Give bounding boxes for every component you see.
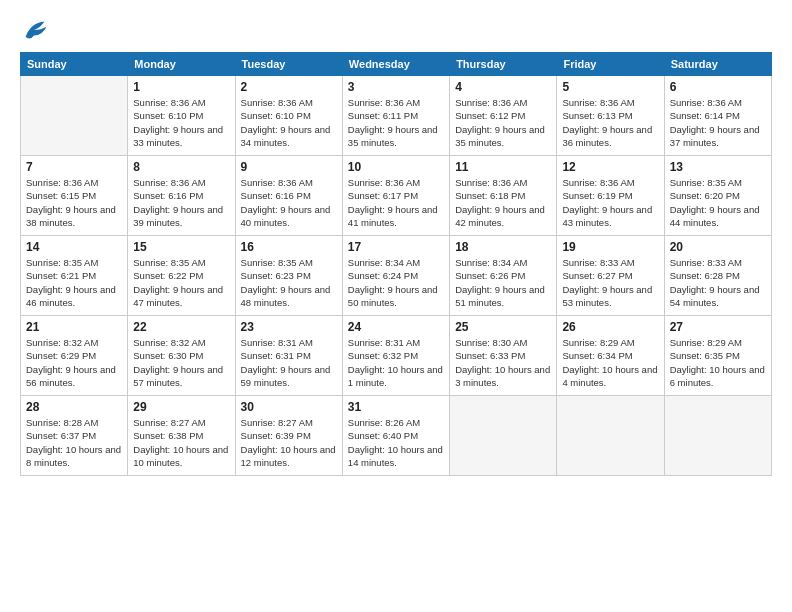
calendar-cell: 11Sunrise: 8:36 AMSunset: 6:18 PMDayligh… [450, 156, 557, 236]
day-info: Sunrise: 8:36 AMSunset: 6:11 PMDaylight:… [348, 96, 444, 149]
day-info: Sunrise: 8:34 AMSunset: 6:24 PMDaylight:… [348, 256, 444, 309]
day-number: 1 [133, 80, 229, 94]
logo [20, 16, 52, 44]
calendar-cell: 29Sunrise: 8:27 AMSunset: 6:38 PMDayligh… [128, 396, 235, 476]
calendar-cell: 16Sunrise: 8:35 AMSunset: 6:23 PMDayligh… [235, 236, 342, 316]
calendar-cell: 14Sunrise: 8:35 AMSunset: 6:21 PMDayligh… [21, 236, 128, 316]
day-number: 14 [26, 240, 122, 254]
day-number: 18 [455, 240, 551, 254]
calendar-cell: 28Sunrise: 8:28 AMSunset: 6:37 PMDayligh… [21, 396, 128, 476]
day-number: 19 [562, 240, 658, 254]
calendar-cell: 5Sunrise: 8:36 AMSunset: 6:13 PMDaylight… [557, 76, 664, 156]
calendar-week-row: 14Sunrise: 8:35 AMSunset: 6:21 PMDayligh… [21, 236, 772, 316]
calendar-weekday-monday: Monday [128, 53, 235, 76]
calendar-cell: 7Sunrise: 8:36 AMSunset: 6:15 PMDaylight… [21, 156, 128, 236]
day-info: Sunrise: 8:31 AMSunset: 6:32 PMDaylight:… [348, 336, 444, 389]
day-number: 2 [241, 80, 337, 94]
day-number: 15 [133, 240, 229, 254]
day-number: 21 [26, 320, 122, 334]
calendar-cell: 18Sunrise: 8:34 AMSunset: 6:26 PMDayligh… [450, 236, 557, 316]
day-info: Sunrise: 8:36 AMSunset: 6:10 PMDaylight:… [133, 96, 229, 149]
day-info: Sunrise: 8:30 AMSunset: 6:33 PMDaylight:… [455, 336, 551, 389]
day-info: Sunrise: 8:27 AMSunset: 6:39 PMDaylight:… [241, 416, 337, 469]
calendar-weekday-sunday: Sunday [21, 53, 128, 76]
calendar-week-row: 21Sunrise: 8:32 AMSunset: 6:29 PMDayligh… [21, 316, 772, 396]
calendar-cell: 21Sunrise: 8:32 AMSunset: 6:29 PMDayligh… [21, 316, 128, 396]
day-info: Sunrise: 8:36 AMSunset: 6:16 PMDaylight:… [241, 176, 337, 229]
calendar-cell [450, 396, 557, 476]
calendar-cell: 20Sunrise: 8:33 AMSunset: 6:28 PMDayligh… [664, 236, 771, 316]
calendar-cell: 9Sunrise: 8:36 AMSunset: 6:16 PMDaylight… [235, 156, 342, 236]
calendar-cell: 8Sunrise: 8:36 AMSunset: 6:16 PMDaylight… [128, 156, 235, 236]
day-info: Sunrise: 8:27 AMSunset: 6:38 PMDaylight:… [133, 416, 229, 469]
calendar-cell: 23Sunrise: 8:31 AMSunset: 6:31 PMDayligh… [235, 316, 342, 396]
day-number: 30 [241, 400, 337, 414]
day-number: 13 [670, 160, 766, 174]
day-info: Sunrise: 8:33 AMSunset: 6:28 PMDaylight:… [670, 256, 766, 309]
day-number: 25 [455, 320, 551, 334]
calendar-cell: 10Sunrise: 8:36 AMSunset: 6:17 PMDayligh… [342, 156, 449, 236]
day-info: Sunrise: 8:26 AMSunset: 6:40 PMDaylight:… [348, 416, 444, 469]
calendar-cell: 1Sunrise: 8:36 AMSunset: 6:10 PMDaylight… [128, 76, 235, 156]
day-info: Sunrise: 8:32 AMSunset: 6:29 PMDaylight:… [26, 336, 122, 389]
day-info: Sunrise: 8:35 AMSunset: 6:21 PMDaylight:… [26, 256, 122, 309]
day-number: 27 [670, 320, 766, 334]
calendar-weekday-saturday: Saturday [664, 53, 771, 76]
calendar-weekday-friday: Friday [557, 53, 664, 76]
calendar-cell: 25Sunrise: 8:30 AMSunset: 6:33 PMDayligh… [450, 316, 557, 396]
day-number: 24 [348, 320, 444, 334]
day-info: Sunrise: 8:36 AMSunset: 6:17 PMDaylight:… [348, 176, 444, 229]
calendar-cell: 15Sunrise: 8:35 AMSunset: 6:22 PMDayligh… [128, 236, 235, 316]
day-number: 4 [455, 80, 551, 94]
day-number: 31 [348, 400, 444, 414]
calendar-cell: 31Sunrise: 8:26 AMSunset: 6:40 PMDayligh… [342, 396, 449, 476]
day-info: Sunrise: 8:29 AMSunset: 6:35 PMDaylight:… [670, 336, 766, 389]
calendar-cell [21, 76, 128, 156]
day-number: 6 [670, 80, 766, 94]
day-info: Sunrise: 8:34 AMSunset: 6:26 PMDaylight:… [455, 256, 551, 309]
day-number: 3 [348, 80, 444, 94]
day-info: Sunrise: 8:36 AMSunset: 6:15 PMDaylight:… [26, 176, 122, 229]
calendar-cell: 27Sunrise: 8:29 AMSunset: 6:35 PMDayligh… [664, 316, 771, 396]
day-info: Sunrise: 8:35 AMSunset: 6:22 PMDaylight:… [133, 256, 229, 309]
calendar-cell: 13Sunrise: 8:35 AMSunset: 6:20 PMDayligh… [664, 156, 771, 236]
calendar-week-row: 7Sunrise: 8:36 AMSunset: 6:15 PMDaylight… [21, 156, 772, 236]
calendar-cell: 4Sunrise: 8:36 AMSunset: 6:12 PMDaylight… [450, 76, 557, 156]
day-number: 17 [348, 240, 444, 254]
page: SundayMondayTuesdayWednesdayThursdayFrid… [0, 0, 792, 612]
calendar-header-row: SundayMondayTuesdayWednesdayThursdayFrid… [21, 53, 772, 76]
day-number: 8 [133, 160, 229, 174]
day-info: Sunrise: 8:29 AMSunset: 6:34 PMDaylight:… [562, 336, 658, 389]
day-number: 20 [670, 240, 766, 254]
day-number: 26 [562, 320, 658, 334]
calendar-weekday-wednesday: Wednesday [342, 53, 449, 76]
day-number: 7 [26, 160, 122, 174]
calendar-weekday-tuesday: Tuesday [235, 53, 342, 76]
day-info: Sunrise: 8:36 AMSunset: 6:16 PMDaylight:… [133, 176, 229, 229]
day-number: 11 [455, 160, 551, 174]
calendar-cell: 24Sunrise: 8:31 AMSunset: 6:32 PMDayligh… [342, 316, 449, 396]
calendar-weekday-thursday: Thursday [450, 53, 557, 76]
calendar-cell: 30Sunrise: 8:27 AMSunset: 6:39 PMDayligh… [235, 396, 342, 476]
day-info: Sunrise: 8:36 AMSunset: 6:19 PMDaylight:… [562, 176, 658, 229]
calendar-table: SundayMondayTuesdayWednesdayThursdayFrid… [20, 52, 772, 476]
header [20, 16, 772, 44]
calendar-cell: 6Sunrise: 8:36 AMSunset: 6:14 PMDaylight… [664, 76, 771, 156]
day-info: Sunrise: 8:33 AMSunset: 6:27 PMDaylight:… [562, 256, 658, 309]
calendar-week-row: 1Sunrise: 8:36 AMSunset: 6:10 PMDaylight… [21, 76, 772, 156]
calendar-cell [557, 396, 664, 476]
day-info: Sunrise: 8:36 AMSunset: 6:10 PMDaylight:… [241, 96, 337, 149]
day-number: 28 [26, 400, 122, 414]
day-info: Sunrise: 8:35 AMSunset: 6:20 PMDaylight:… [670, 176, 766, 229]
calendar-cell: 26Sunrise: 8:29 AMSunset: 6:34 PMDayligh… [557, 316, 664, 396]
calendar-week-row: 28Sunrise: 8:28 AMSunset: 6:37 PMDayligh… [21, 396, 772, 476]
calendar-cell [664, 396, 771, 476]
calendar-cell: 19Sunrise: 8:33 AMSunset: 6:27 PMDayligh… [557, 236, 664, 316]
calendar-cell: 22Sunrise: 8:32 AMSunset: 6:30 PMDayligh… [128, 316, 235, 396]
day-number: 12 [562, 160, 658, 174]
day-number: 10 [348, 160, 444, 174]
day-info: Sunrise: 8:28 AMSunset: 6:37 PMDaylight:… [26, 416, 122, 469]
day-number: 29 [133, 400, 229, 414]
day-number: 5 [562, 80, 658, 94]
day-info: Sunrise: 8:36 AMSunset: 6:13 PMDaylight:… [562, 96, 658, 149]
